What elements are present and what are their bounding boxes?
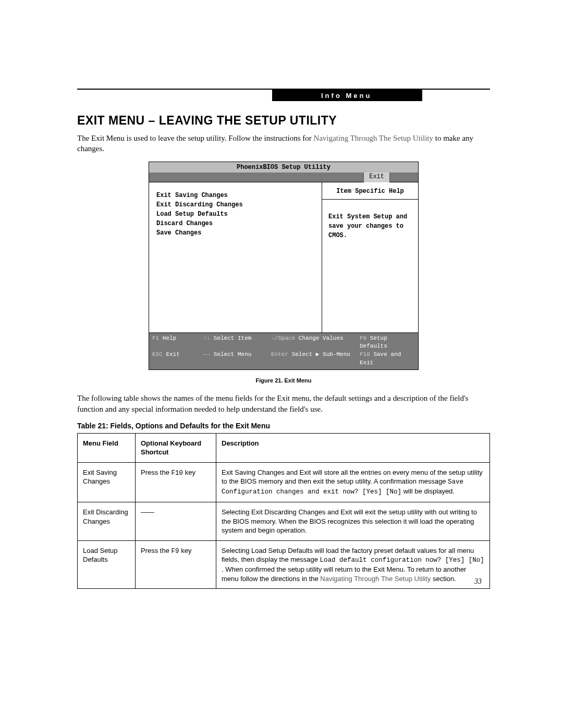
bios-help-title: Item Specific Help [322,182,418,200]
page-number: 33 [474,577,482,586]
cell-menu-field: Load Setup Defaults [78,540,136,589]
table-row: Exit Saving ChangesPress the F10 keyExit… [78,462,490,502]
key-space: -/Space [271,335,295,341]
page: Info Menu EXIT MENU – LEAVING THE SETUP … [0,0,563,728]
header-rule: Info Menu [77,89,490,103]
bios-menu-item[interactable]: Exit Saving Changes [156,191,314,200]
bios-menu-list: Exit Saving Changes Exit Discarding Chan… [149,182,322,332]
key-f10: F10 [360,351,370,357]
key-leftright: ←→ [203,351,210,357]
cell-description: Selecting Exit Discarding Changes and Ex… [216,502,490,541]
bios-menu-item[interactable]: Exit Discarding Changes [156,200,314,209]
figure-caption: Figure 21. Exit Menu [77,377,490,384]
th-description: Description [216,433,490,462]
key-f1-label: Help [163,335,176,341]
table-row: Load Setup DefaultsPress the F9 keySelec… [78,540,490,589]
bios-figure: PhoenixBIOS Setup Utility Exit Exit Savi… [149,162,419,371]
inline-mono: Save Configuration changes and exit now?… [222,478,463,496]
bios-footer: F1 Help ↑↓ Select Item -/Space Change Va… [149,333,419,371]
cell-menu-field: Exit Saving Changes [78,462,136,502]
section-header-box: Info Menu [272,90,422,101]
bios-menu-item[interactable]: Load Setup Defaults [156,209,314,219]
bios-menu-item[interactable]: Discard Changes [156,219,314,228]
cell-keyboard-shortcut: Press the F10 key [136,462,216,502]
page-title: EXIT MENU – LEAVING THE SETUP UTILITY [77,114,490,128]
inline-mono: Load default configuration now? [Yes] [N… [320,557,484,564]
key-updown-label: Select Item [214,335,252,341]
bios-tab-row: Exit [149,172,419,182]
th-keyboard-shortcut: Optional Keyboard Shortcut [136,433,216,462]
table-header-row: Menu Field Optional Keyboard Shortcut De… [78,433,490,462]
cell-description: Exit Saving Changes and Exit will store … [216,462,490,502]
intro-pre: The Exit Menu is used to leave the setup… [77,134,314,142]
key-leftright-label: Select Menu [214,351,252,357]
after-figure-paragraph: The following table shows the names of t… [77,393,490,414]
key-space-label: Change Values [299,335,344,341]
bios-help-body: Exit System Setup and save your changes … [322,200,418,332]
bios-menu-item[interactable]: Save Changes [156,228,314,238]
key-enter: Enter [271,351,288,357]
key-esc-label: Exit [166,351,179,357]
table-title: Table 21: Fields, Options and Defaults f… [77,422,490,430]
fields-table: Menu Field Optional Keyboard Shortcut De… [77,433,490,589]
key-esc: ESC [152,351,163,357]
bios-title-bar: PhoenixBIOS Setup Utility [149,162,419,172]
table-row: Exit Discarding Changes——Selecting Exit … [78,502,490,541]
cell-description: Selecting Load Setup Defaults will load … [216,540,490,589]
content: EXIT MENU – LEAVING THE SETUP UTILITY Th… [77,114,490,589]
bios-help-pane: Item Specific Help Exit System Setup and… [322,182,418,332]
section-header-label: Info Menu [321,92,372,100]
bios-body: Exit Saving Changes Exit Discarding Chan… [149,182,419,333]
cell-keyboard-shortcut: —— [136,502,216,541]
cell-keyboard-shortcut: Press the F9 key [136,540,216,589]
key-updown: ↑↓ [203,335,210,341]
cell-menu-field: Exit Discarding Changes [78,502,136,541]
nav-link[interactable]: Navigating Through The Setup Utility [320,575,431,583]
bios-tab-exit[interactable]: Exit [363,172,390,182]
key-f1: F1 [152,335,159,341]
nav-link[interactable]: Navigating Through The Setup Utility [314,134,433,142]
shortcut-key: F9 [172,548,179,555]
shortcut-key: F10 [172,470,183,477]
key-enter-label: Select ▶ Sub-Menu [292,351,350,357]
th-menu-field: Menu Field [78,433,136,462]
intro-paragraph: The Exit Menu is used to leave the setup… [77,133,490,154]
key-f9: F9 [360,335,366,341]
